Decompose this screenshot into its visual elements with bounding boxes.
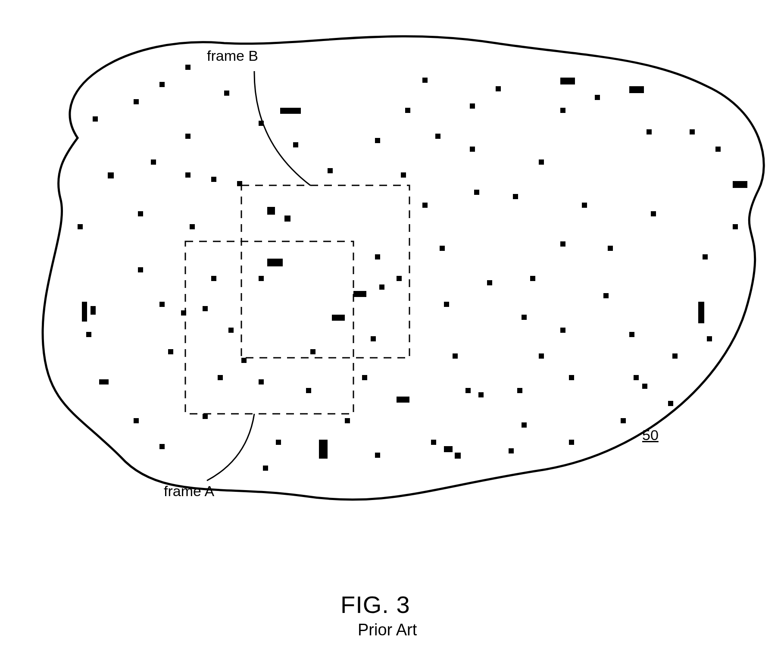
- speckle: [319, 440, 328, 459]
- speckle: [306, 388, 311, 393]
- speckle: [440, 246, 445, 251]
- speckle: [159, 302, 165, 307]
- speckle: [241, 358, 247, 363]
- speckle: [517, 388, 522, 393]
- speckle: [435, 134, 440, 139]
- speckle: [733, 224, 738, 229]
- speckle: [224, 91, 229, 96]
- speckle: [218, 375, 223, 380]
- speckle: [444, 446, 453, 452]
- speckle: [108, 172, 114, 178]
- speckle: [703, 254, 708, 259]
- speckle: [284, 216, 290, 222]
- speckle: [431, 440, 436, 445]
- speckle: [203, 414, 208, 419]
- speckle: [190, 224, 195, 229]
- speckle: [455, 453, 461, 459]
- speckle: [211, 177, 216, 182]
- speckle: [560, 241, 565, 247]
- speckle: [185, 65, 191, 70]
- speckle: [487, 280, 492, 285]
- speckle: [470, 103, 475, 109]
- speckle: [159, 82, 165, 87]
- speckle: [560, 78, 575, 84]
- speckle: [595, 95, 600, 100]
- speckle: [733, 181, 747, 188]
- speckle: [474, 190, 479, 195]
- speckle: [211, 276, 216, 281]
- speckle: [608, 246, 613, 251]
- speckle: [444, 302, 449, 307]
- speckle: [621, 418, 626, 423]
- speckle: [185, 134, 191, 139]
- speckle: [267, 259, 283, 266]
- speckle: [539, 353, 544, 359]
- speckle: [651, 211, 656, 216]
- speckle: [99, 379, 109, 384]
- speckle: [93, 116, 98, 122]
- speckle: [513, 194, 518, 199]
- speckle: [168, 349, 173, 354]
- speckle: [259, 379, 264, 384]
- speckle: [138, 211, 143, 216]
- speckle: [91, 306, 96, 315]
- speckle: [698, 302, 704, 323]
- speckle: [280, 108, 301, 114]
- speckle: [642, 384, 647, 389]
- frame-a: [185, 241, 353, 414]
- speckle: [138, 267, 143, 272]
- speckle: [707, 336, 712, 341]
- speckle: [293, 142, 298, 147]
- speckle: [453, 353, 458, 359]
- speckle: [276, 440, 281, 445]
- speckle: [345, 418, 350, 423]
- speckle: [715, 147, 721, 152]
- speckle: [422, 78, 428, 83]
- speckle: [267, 207, 275, 215]
- speckle: [465, 388, 471, 393]
- speckle: [560, 108, 565, 113]
- speckle: [362, 375, 367, 380]
- speckle: [310, 349, 315, 354]
- speckle: [401, 172, 406, 178]
- speckle: [629, 86, 644, 93]
- speckle: [668, 401, 673, 406]
- speckle: [151, 159, 156, 165]
- frame-b: [241, 185, 409, 358]
- speckle: [582, 203, 587, 208]
- speckle: [522, 422, 527, 428]
- speckle: [379, 284, 384, 290]
- speckle: [134, 418, 139, 423]
- speckle: [134, 99, 139, 104]
- speckle: [470, 147, 475, 152]
- speckle: [647, 129, 652, 134]
- speckle: [496, 86, 501, 91]
- speckle: [569, 375, 574, 380]
- speckle: [78, 224, 83, 229]
- speckle: [375, 254, 380, 259]
- speckle: [159, 444, 165, 449]
- speckle: [375, 453, 380, 458]
- speckle: [328, 168, 333, 173]
- speckle: [422, 203, 428, 208]
- speckle: [203, 306, 208, 311]
- speckle: [86, 332, 91, 337]
- speckle: [603, 293, 609, 298]
- speckle: [397, 397, 409, 403]
- frame-b-label: frame B: [207, 47, 258, 64]
- leader-frame-a: [207, 414, 254, 481]
- speckle: [690, 129, 695, 134]
- speckle: [185, 172, 191, 178]
- speckle: [228, 328, 234, 333]
- speckle: [530, 276, 535, 281]
- speckle: [478, 392, 484, 397]
- figure-title: FIG. 3: [340, 591, 410, 619]
- speckle: [259, 276, 264, 281]
- speckle: [539, 159, 544, 165]
- leader-frame-b: [254, 71, 310, 185]
- reference-numeral-50: 50: [642, 427, 659, 444]
- figure-subtitle: Prior Art: [358, 621, 417, 639]
- speckle: [672, 353, 678, 359]
- speckle: [405, 108, 410, 113]
- speckle: [375, 138, 380, 143]
